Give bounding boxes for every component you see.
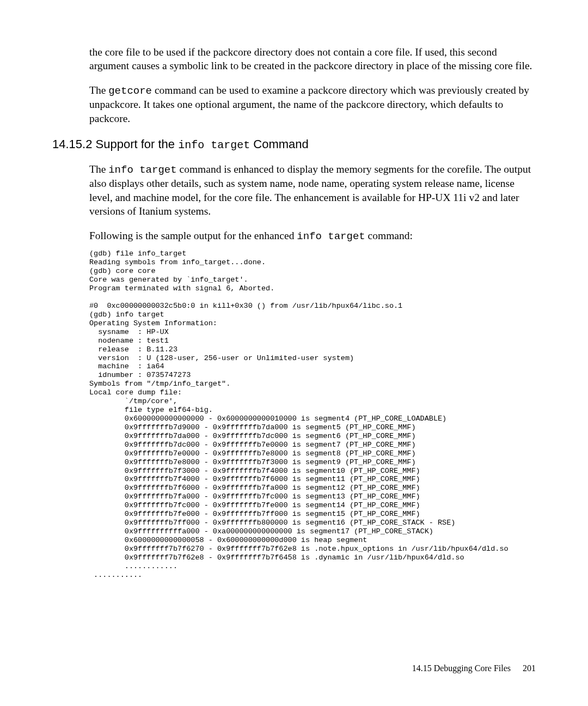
code-inline-info-target: info target <box>178 139 250 151</box>
text: The <box>89 163 108 175</box>
heading-text: Command <box>250 137 309 151</box>
code-sample-gdb-output: (gdb) file info_target Reading symbols f… <box>89 249 536 579</box>
text: command: <box>365 230 413 241</box>
paragraph-sample-output-intro: Following is the sample output for the e… <box>89 229 536 244</box>
page-container: the core file to be used if the packcore… <box>0 0 588 706</box>
section-heading-14-15-2: 14.15.2 Support for the info target Comm… <box>52 137 536 151</box>
text: The <box>89 84 108 96</box>
code-inline-getcore: getcore <box>108 85 152 97</box>
text: command can be used to examine a packcor… <box>89 84 529 124</box>
text: the core file to be used if the packcore… <box>89 46 532 71</box>
heading-number-text: 14.15.2 Support for the <box>52 137 178 151</box>
paragraph-getcore: The getcore command can be used to exami… <box>89 83 536 125</box>
paragraph-info-target-desc: The info target command is enhanced to d… <box>89 162 536 218</box>
footer-section-title: 14.15 Debugging Core Files <box>412 664 511 673</box>
code-inline-info-target: info target <box>108 164 176 176</box>
page-footer: 14.15 Debugging Core Files 201 <box>412 664 536 673</box>
text: Following is the sample output for the e… <box>89 230 297 241</box>
page-number: 201 <box>523 664 536 673</box>
code-inline-info-target: info target <box>297 230 365 242</box>
paragraph-core-file: the core file to be used if the packcore… <box>89 45 536 73</box>
